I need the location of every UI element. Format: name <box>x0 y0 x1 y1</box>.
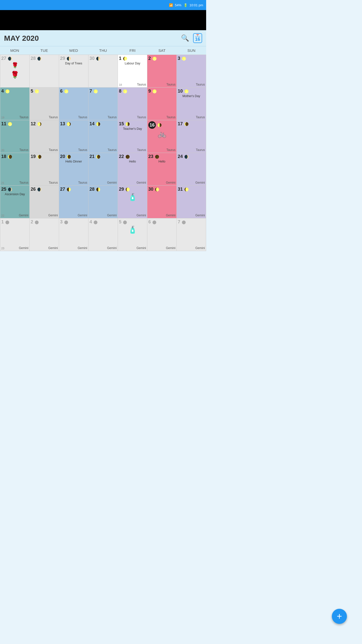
moon-phase-icon: 🌔 <box>155 187 159 191</box>
calendar-cell-row5-5[interactable]: 6⬤Gemini <box>147 218 177 251</box>
calendar-cell-row2-2[interactable]: 13🌖Taurus <box>59 120 88 153</box>
calendar-cell-row0-3[interactable]: 30🌓 <box>88 55 118 88</box>
calendar-cell-row2-6[interactable]: 17🌘Taurus <box>177 120 206 153</box>
cell-date-number: 25 <box>1 187 6 192</box>
moon-phase-icon: 🌕 <box>94 89 98 93</box>
calendar-cell-row4-5[interactable]: 30🌔Gemini <box>147 186 177 218</box>
moon-phase-icon: 🌑 <box>125 155 130 159</box>
zodiac-sign: Gemini <box>195 246 205 250</box>
cell-date-number: 27 <box>1 56 6 61</box>
calendar-cell-row1-1[interactable]: 5🌕Taurus <box>30 88 59 120</box>
calendar-cell-row4-1[interactable]: 26🌒Gemini <box>30 186 59 218</box>
cell-event-label: Teacher's Day <box>119 127 146 131</box>
calendar-cell-row2-0[interactable]: 11🌕20Taurus <box>0 120 30 153</box>
calendar-cell-row0-0[interactable]: 27🌒🌹🌹 <box>0 55 30 88</box>
cell-date-number: 28 <box>89 187 95 192</box>
calendar-cell-row3-0[interactable]: 18🌘21Taurus <box>0 153 30 186</box>
zodiac-sign: Taurus <box>78 148 87 152</box>
moon-phase-icon: 🌒 <box>8 57 12 61</box>
cell-date-number: 31 <box>178 187 183 192</box>
cell-date-number: 21 <box>89 154 95 159</box>
calendar-cell-row0-6[interactable]: 3🌕Taurus <box>177 55 206 88</box>
moon-phase-icon: 🌖 <box>67 122 71 126</box>
calendar-cell-row0-2[interactable]: 29🌓Day of Trees <box>59 55 88 88</box>
cell-date-number: 6 <box>148 219 151 225</box>
calendar-cell-row5-3[interactable]: 4⬤Gemini <box>88 218 118 251</box>
moon-phase-icon: 🌕 <box>5 89 10 93</box>
week-number: 18 <box>119 83 122 86</box>
calendar-cell-row2-1[interactable]: 12🌖Taurus <box>30 120 59 153</box>
zodiac-sign: Gemini <box>48 246 58 250</box>
cell-emoji-icon: 🧴 <box>119 226 146 234</box>
moon-phase-icon: 🌘 <box>67 155 71 159</box>
day-sun: SUN <box>177 46 206 55</box>
cell-event-label: Mother's Day <box>178 94 205 98</box>
battery-icon: 🔋 <box>184 3 188 7</box>
cell-date-number: 11 <box>1 121 6 127</box>
calendar-cell-row5-1[interactable]: 2⬤Gemini <box>30 218 59 251</box>
calendar-cell-row3-2[interactable]: 20🌘Hello DinnerTaurus <box>59 153 88 186</box>
moon-phase-icon: ⬤ <box>152 220 156 224</box>
cell-date-number: 3 <box>60 219 63 225</box>
calendar-cell-row1-0[interactable]: 4🌕19Taurus <box>0 88 30 120</box>
month-header: MAY 2020 🔍 📅 16 <box>0 30 206 46</box>
status-bar: 📶 54% 🔋 10:01 pm <box>0 0 206 10</box>
moon-phase-icon: 🌓 <box>67 57 71 61</box>
zodiac-sign: Gemini <box>166 214 175 217</box>
calendar-cell-row5-2[interactable]: 3⬤Gemini <box>59 218 88 251</box>
zodiac-sign: Gemini <box>107 246 117 250</box>
calendar-cell-row2-3[interactable]: 14🌗Taurus <box>88 120 118 153</box>
today-button[interactable]: 📅 16 <box>193 33 202 43</box>
cell-date-number: 23 <box>148 154 153 159</box>
calendar-cell-row4-0[interactable]: 25🌒Ascension Day22Gemini <box>0 186 30 218</box>
zodiac-sign: Taurus <box>137 115 146 119</box>
cell-event-label: Hello <box>119 160 146 163</box>
zodiac-sign: Gemini <box>137 181 146 184</box>
moon-phase-icon: 🌕 <box>184 89 189 93</box>
calendar-cell-row1-3[interactable]: 7🌕Taurus <box>88 88 118 120</box>
cell-date-number: 3 <box>178 56 180 61</box>
calendar-cell-row1-5[interactable]: 9🌕Taurus <box>147 88 177 120</box>
moon-phase-icon: 🌗 <box>96 122 100 126</box>
zodiac-sign: Taurus <box>137 83 146 86</box>
calendar-cell-row0-4[interactable]: 1🌔Labour Day18Taurus <box>118 55 147 88</box>
moon-phase-icon: 🌔 <box>123 57 127 61</box>
zodiac-sign: Taurus <box>49 115 58 119</box>
moon-phase-icon: 🌔 <box>184 187 189 191</box>
cell-date-number: 1 <box>1 219 4 225</box>
calendar-cell-row4-6[interactable]: 31🌔Gemini <box>177 186 206 218</box>
calendar-cell-row4-3[interactable]: 28🌓Gemini <box>88 186 118 218</box>
calendar-cell-row2-5[interactable]: 16🌗🚲Taurus <box>147 120 177 153</box>
zodiac-sign: Taurus <box>196 115 205 119</box>
day-wed: WED <box>59 46 88 55</box>
day-tue: TUE <box>29 46 59 55</box>
moon-phase-icon: 🌘 <box>184 122 189 126</box>
moon-phase-icon: ⬤ <box>94 220 98 224</box>
moon-phase-icon: ⬤ <box>123 220 127 224</box>
zodiac-sign: Taurus <box>78 115 87 119</box>
calendar-cell-row0-5[interactable]: 2🌕Taurus <box>147 55 177 88</box>
calendar-cell-row0-1[interactable]: 28🌒 <box>30 55 59 88</box>
moon-phase-icon: 🌕 <box>152 57 157 61</box>
calendar-cell-row3-3[interactable]: 21🌘Gemini <box>88 153 118 186</box>
calendar-cell-row1-6[interactable]: 10🌕Mother's DayTaurus <box>177 88 206 120</box>
calendar-cell-row3-4[interactable]: 22🌑HelloGemini <box>118 153 147 186</box>
calendar-cell-row5-0[interactable]: 1⬤23Gemini <box>0 218 30 251</box>
cell-event-label: Hello Dinner <box>60 160 87 163</box>
calendar-cell-row2-4[interactable]: 15🌗Teacher's DayTaurus <box>118 120 147 153</box>
calendar-cell-row3-5[interactable]: 23🌑HelloGemini <box>147 153 177 186</box>
moon-phase-icon: 🌓 <box>96 57 100 61</box>
rose-icon: 🌹 <box>1 62 28 69</box>
calendar-cell-row1-4[interactable]: 8🌕Taurus <box>118 88 147 120</box>
calendar-cell-row5-4[interactable]: 5⬤🧴Gemini <box>118 218 147 251</box>
cell-emoji-icon: 🧴 <box>119 193 146 201</box>
calendar-cell-row1-2[interactable]: 6🌕Taurus <box>59 88 88 120</box>
week-number: 20 <box>1 149 4 152</box>
search-icon[interactable]: 🔍 <box>181 34 189 42</box>
cell-date-number: 10 <box>178 89 183 94</box>
calendar-cell-row3-1[interactable]: 19🌘Taurus <box>30 153 59 186</box>
calendar-cell-row5-6[interactable]: 7⬤Gemini <box>177 218 206 251</box>
calendar-cell-row3-6[interactable]: 24🌒Gemini <box>177 153 206 186</box>
calendar-cell-row4-4[interactable]: 29🌔🧴Gemini <box>118 186 147 218</box>
calendar-cell-row4-2[interactable]: 27🌓Gemini <box>59 186 88 218</box>
